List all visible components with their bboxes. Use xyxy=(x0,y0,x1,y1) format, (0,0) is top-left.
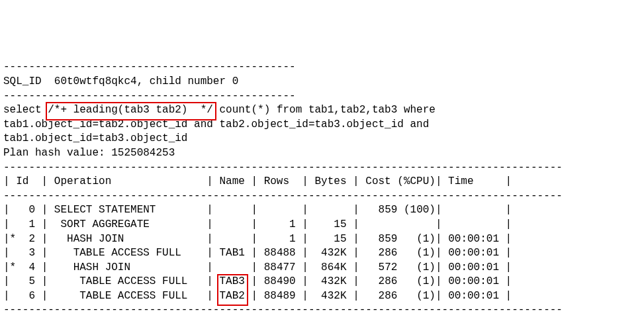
plan-row: | 1 | SORT AGGREGATE | | 1 | 15 | | | xyxy=(3,218,641,232)
row-name xyxy=(219,233,244,245)
row-cost: 286 (1) xyxy=(365,290,436,302)
sep-line: ----------------------------------------… xyxy=(3,61,296,73)
row-id: 2 | xyxy=(16,233,54,245)
plan-row: | 6 | TABLE ACCESS FULL | TAB2 | 88489 |… xyxy=(3,289,641,304)
row-rows: 1 xyxy=(264,218,296,230)
row-cost: 859 (1) xyxy=(365,233,436,245)
sql-select: select xyxy=(3,104,48,116)
row-name: TAB3 xyxy=(219,275,244,289)
plan-row: | 0 | SELECT STATEMENT | | | | 859 (100)… xyxy=(3,203,641,218)
row-cost: 859 (100) xyxy=(365,204,436,216)
row-bytes: 432K xyxy=(315,247,347,259)
row-id: 6 | xyxy=(16,290,54,302)
row-star xyxy=(10,218,17,230)
row-star xyxy=(10,247,17,259)
sql-rest: count(*) from tab1,tab2,tab3 where xyxy=(213,104,436,116)
row-name xyxy=(219,218,244,230)
row-bytes: 432K xyxy=(315,290,347,302)
row-op: HASH JOIN xyxy=(54,233,207,245)
plan-row: | 5 | TABLE ACCESS FULL | TAB3 | 88490 |… xyxy=(3,275,641,289)
row-op: HASH JOIN xyxy=(54,262,207,273)
plan-row: |* 2 | HASH JOIN | | 1 | 15 | 859 (1)| 0… xyxy=(3,232,641,247)
row-id: 3 | xyxy=(16,247,54,259)
table-sep-line: ----------------------------------------… xyxy=(3,162,563,173)
row-star xyxy=(10,275,17,287)
row-cost xyxy=(365,218,436,230)
sep-line: ----------------------------------------… xyxy=(3,90,296,102)
row-time: 00:00:01 xyxy=(448,275,499,287)
table-sep-line: ----------------------------------------… xyxy=(3,304,563,316)
row-op: SELECT STATEMENT xyxy=(54,204,207,216)
row-time: 00:00:01 xyxy=(448,262,499,273)
row-bytes: 15 xyxy=(315,233,347,245)
row-op: TABLE ACCESS FULL xyxy=(54,275,207,287)
row-id: 1 | xyxy=(16,218,54,230)
sql-plan-output: ----------------------------------------… xyxy=(3,60,641,318)
row-star xyxy=(10,204,17,216)
row-name xyxy=(219,204,244,216)
row-rows: 88489 xyxy=(264,290,296,302)
row-bytes: 15 xyxy=(315,218,347,230)
row-rows: 1 xyxy=(264,233,296,245)
row-op: SORT AGGREGATE xyxy=(54,218,207,230)
row-rows: 88477 xyxy=(264,262,296,273)
plan-row: | 3 | TABLE ACCESS FULL | TAB1 | 88488 |… xyxy=(3,246,641,261)
row-id: 4 | xyxy=(16,262,54,273)
row-star xyxy=(10,290,17,302)
table-header: | Id | Operation | Name | Rows | Bytes |… xyxy=(3,175,512,187)
sql-id-line: SQL_ID 60t0wtfq8qkc4, child number 0 xyxy=(3,75,238,87)
row-name: TAB1 xyxy=(219,247,244,259)
row-name xyxy=(219,262,244,273)
row-star: * xyxy=(10,233,17,245)
row-star: * xyxy=(10,262,17,273)
row-id: 5 | xyxy=(16,275,54,287)
row-op: TABLE ACCESS FULL xyxy=(54,247,207,259)
plan-hash: Plan hash value: 1525084253 xyxy=(3,147,175,159)
row-bytes: 432K xyxy=(315,275,347,287)
table-sep-line: ----------------------------------------… xyxy=(3,190,563,202)
row-bytes xyxy=(315,204,347,216)
row-time: 00:00:01 xyxy=(448,247,499,259)
row-rows: 88490 xyxy=(264,275,296,287)
row-time: 00:00:01 xyxy=(448,290,499,302)
sql-line: tab1.object_id=tab3.object_id xyxy=(3,132,187,144)
row-op: TABLE ACCESS FULL xyxy=(54,290,207,302)
row-cost: 572 (1) xyxy=(365,262,436,273)
row-time: 00:00:01 xyxy=(448,233,499,245)
row-rows xyxy=(264,204,296,216)
row-name: TAB2 xyxy=(219,289,244,304)
row-cost: 286 (1) xyxy=(365,275,436,287)
row-bytes: 864K xyxy=(315,262,347,273)
row-id: 0 | xyxy=(16,204,54,216)
sql-hint: /*+ leading(tab3 tab2) */ xyxy=(48,103,213,118)
row-time xyxy=(448,204,499,216)
row-cost: 286 (1) xyxy=(365,247,436,259)
sql-line: tab1.object_id=tab2.object_id and tab2.o… xyxy=(3,119,429,130)
row-rows: 88488 xyxy=(264,247,296,259)
plan-row: |* 4 | HASH JOIN | | 88477 | 864K | 572 … xyxy=(3,261,641,275)
row-time xyxy=(448,218,499,230)
